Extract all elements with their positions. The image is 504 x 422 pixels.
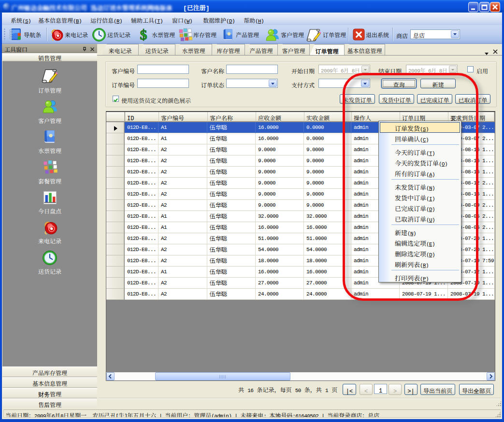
svg-text:$: $	[140, 28, 147, 42]
